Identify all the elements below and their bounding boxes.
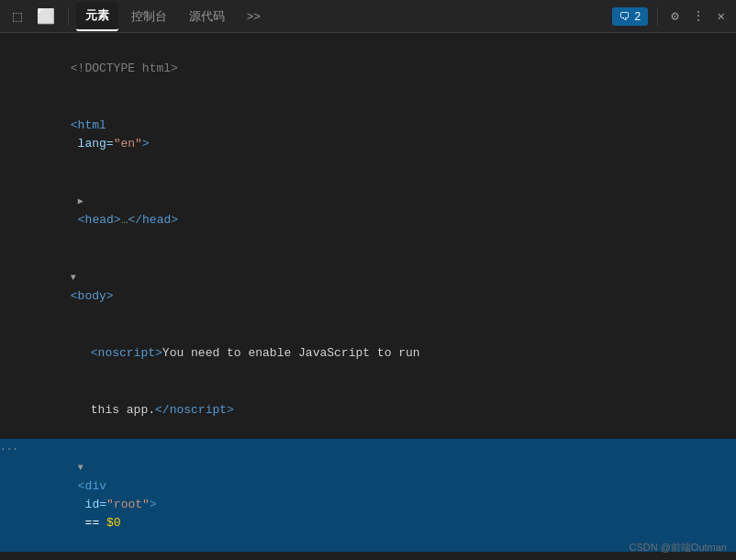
div-tag-gt: > [150,498,157,511]
line-content-head: <head>…</head> [22,174,736,248]
inspect-icon[interactable]: ⬚ [7,4,28,29]
devtools-toolbar: ⬚ ⬜ 元素 控制台 源代码 >> 🗨 2 ⚙ ⋮ ✕ [0,0,736,33]
tab-sources[interactable]: 源代码 [180,3,234,30]
elements-panel: <!DOCTYPE html> <html lang="en"> <head>…… [0,33,736,560]
div-root-arrow[interactable] [78,463,84,473]
lang-value: "en" [114,137,142,151]
tab-console[interactable]: 控制台 [122,3,176,30]
line-html-open[interactable]: <html lang="en"> [0,97,736,173]
noscript-text1: You need to enable JavaScript to run [162,346,420,360]
head-tag: <head> [78,213,121,227]
lang-attr: lang= [71,137,114,151]
tab-elements[interactable]: 元素 [76,2,118,31]
dollar-sign: $0 [106,516,121,530]
more-icon[interactable]: ⋮ [688,6,708,26]
body-arrow[interactable] [71,273,76,283]
notification-badge[interactable]: 🗨 2 [612,7,648,26]
line-doctype[interactable]: <!DOCTYPE html> [0,40,736,97]
line-prefix-dots: ··· [0,440,22,458]
id-attr: id= [78,498,106,511]
head-arrow[interactable] [78,196,84,207]
toolbar-divider [68,7,69,26]
line-head[interactable]: <head>…</head> [0,173,736,249]
close-icon[interactable]: ✕ [714,6,729,26]
line-div-root[interactable]: ··· <div id="root"> == $0 [0,439,736,552]
html-tag-close: > [142,137,150,151]
settings-icon[interactable]: ⚙ [667,6,682,26]
line-content-body: <body> [22,250,736,324]
line-noscript2[interactable]: this app.</noscript> [0,382,736,439]
body-tag: <body> [71,289,114,303]
line-body-open[interactable]: <body> [0,249,736,325]
noscript-close: </noscript> [155,403,234,417]
line-content-html: <html lang="en"> [22,98,736,172]
chat-icon: 🗨 [619,10,630,23]
head-close-tag: </head> [128,213,178,227]
tab-more[interactable]: >> [238,4,270,28]
device-icon[interactable]: ⬜ [31,4,61,29]
noscript-text2: this app. [91,403,155,417]
html-tag: <html [71,118,106,132]
line-content-doctype: <!DOCTYPE html> [22,41,736,96]
line-content-div-root: <div id="root"> == $0 [22,440,736,551]
line-noscript1[interactable]: <noscript>You need to enable JavaScript … [0,325,736,382]
toolbar-divider-2 [657,7,658,26]
id-value: "root" [106,498,150,511]
badge-count: 2 [634,10,641,23]
noscript-open: <noscript> [91,346,162,360]
toolbar-right-actions: 🗨 2 ⚙ ⋮ ✕ [612,6,729,26]
line-content-noscript2: this app.</noscript> [22,383,736,438]
doctype-text: <!DOCTYPE html> [71,62,178,75]
div-tag: <div [78,479,106,493]
eq-sign: == [78,516,106,530]
watermark: CSDN @前端Outman [629,541,727,554]
line-h2-app-title[interactable]: <h2>App标题</h2> [0,552,736,560]
line-content-noscript1: <noscript>You need to enable JavaScript … [22,326,736,381]
